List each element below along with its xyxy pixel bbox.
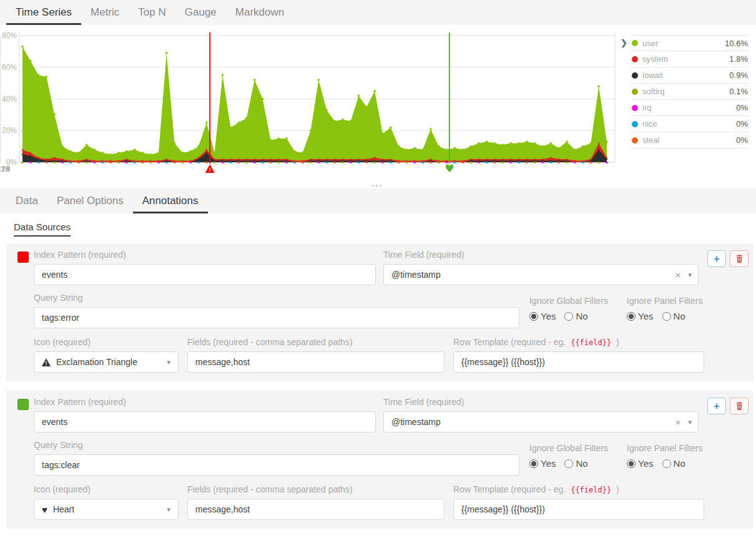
ignore-global-filters-label: Ignore Global Filters — [529, 296, 608, 306]
ignore-panel-no-radio[interactable] — [662, 312, 671, 321]
svg-text:60%: 60% — [2, 63, 17, 72]
query-string-label: Query String — [34, 440, 519, 450]
index-pattern-label: Index Pattern (required) — [34, 250, 376, 260]
legend-series-value: 10.6% — [725, 39, 748, 48]
chart-legend: user10.6%system1.8%iowait0.9%softirq0.1%… — [632, 35, 748, 149]
legend-color-dot — [632, 56, 638, 62]
legend-item-steal[interactable]: steal0% — [632, 132, 748, 149]
tab-panel-options[interactable]: Panel Options — [47, 188, 133, 213]
chevron-down-icon: ▾ — [688, 271, 692, 279]
ignore-panel-no-radio[interactable] — [662, 459, 671, 468]
legend-color-dot — [632, 89, 638, 95]
row-template-input[interactable] — [453, 351, 704, 373]
splitter-drag-handle[interactable] — [372, 185, 381, 187]
icon-label: Icon (required) — [34, 337, 179, 347]
ignore-panel-filters-label: Ignore Panel Filters — [627, 443, 702, 453]
tab-data[interactable]: Data — [6, 188, 47, 213]
legend-item-system[interactable]: system1.8% — [632, 51, 748, 67]
legend-series-value: 0.1% — [729, 87, 748, 96]
clear-selection-icon[interactable]: × — [675, 417, 681, 428]
tab-gauge[interactable]: Gauge — [175, 0, 226, 25]
row-template-label: Row Template (required - eg. {{field}} ) — [453, 337, 704, 347]
legend-color-dot — [632, 121, 638, 127]
fields-input[interactable] — [187, 351, 444, 373]
legend-collapse-chevron-icon[interactable]: ❯ — [621, 38, 627, 47]
data-sources-heading[interactable]: Data Sources — [14, 222, 71, 237]
chevron-down-icon: ▾ — [167, 506, 170, 514]
time-field-label: Time Field (required) — [383, 250, 699, 260]
fields-label: Fields (required - comma separated paths… — [187, 337, 444, 347]
legend-color-dot — [632, 72, 638, 79]
index-pattern-label: Index Pattern (required) — [34, 397, 376, 407]
tab-metric[interactable]: Metric — [81, 0, 129, 25]
chevron-down-icon: ▾ — [688, 418, 692, 426]
svg-text:!: ! — [209, 167, 211, 173]
legend-series-value: 0.9% — [729, 71, 748, 80]
annotation-source-panel: Index Pattern (required) Time Field (req… — [6, 243, 754, 381]
legend-series-value: 0% — [736, 135, 748, 145]
legend-item-nice[interactable]: nice0% — [632, 116, 748, 132]
tab-time-series[interactable]: Time Series — [6, 0, 81, 25]
fields-input[interactable] — [187, 499, 444, 520]
clear-selection-icon[interactable]: × — [675, 270, 681, 280]
ignore-global-no-radio[interactable] — [564, 459, 573, 468]
legend-series-label: user — [642, 39, 720, 48]
query-string-input[interactable] — [34, 307, 519, 328]
trash-icon — [736, 402, 743, 410]
legend-color-dot — [632, 137, 638, 144]
ignore-global-no-radio[interactable] — [564, 312, 573, 321]
fields-label: Fields (required - comma separated paths… — [187, 484, 444, 494]
svg-text:20%: 20% — [2, 126, 17, 135]
annotation-color-swatch[interactable] — [17, 252, 29, 263]
ignore-panel-filters-label: Ignore Panel Filters — [627, 296, 702, 306]
query-string-label: Query String — [34, 293, 519, 303]
time-field-select[interactable]: @timestamp × ▾ — [383, 264, 699, 285]
delete-data-source-button[interactable] — [730, 398, 749, 414]
svg-text:♥: ♥ — [444, 162, 454, 175]
ignore-panel-yes-radio[interactable] — [627, 312, 636, 321]
ignore-global-yes-radio[interactable] — [529, 312, 538, 321]
ignore-global-yes-radio[interactable] — [529, 459, 538, 468]
area-chart[interactable]: 0%20%40%60%80%15:1415:1615:1815:2015:221… — [0, 25, 624, 181]
legend-item-user[interactable]: user10.6% — [632, 35, 748, 51]
time-field-select[interactable]: @timestamp × ▾ — [383, 411, 699, 433]
time-field-label: Time Field (required) — [383, 397, 699, 407]
row-template-input[interactable] — [453, 499, 704, 520]
ignore-panel-yes-radio[interactable] — [627, 459, 636, 468]
panel-tabbar: Data Panel Options Annotations — [0, 188, 756, 213]
ignore-global-filters-label: Ignore Global Filters — [529, 443, 608, 453]
svg-text:80%: 80% — [2, 31, 17, 40]
tab-annotations[interactable]: Annotations — [133, 188, 208, 213]
legend-color-dot — [632, 40, 638, 46]
query-string-input[interactable] — [34, 454, 519, 476]
index-pattern-input[interactable] — [34, 411, 376, 433]
icon-select[interactable]: ♥ Heart ▾ — [34, 499, 179, 520]
timeseries-chart-panel: 0%20%40%60%80%15:1415:1615:1815:2015:221… — [0, 25, 756, 188]
field-code-sample: {{field}} — [568, 338, 614, 348]
icon-select[interactable]: Exclamation Triangle ▾ — [34, 351, 179, 373]
svg-text:40%: 40% — [2, 95, 17, 104]
legend-series-label: system — [642, 54, 725, 64]
viz-type-tabbar: Time Series Metric Top N Gauge Markdown — [0, 0, 756, 25]
row-template-label: Row Template (required - eg. {{field}} ) — [453, 484, 704, 494]
legend-series-value: 0% — [736, 103, 748, 112]
delete-data-source-button[interactable] — [730, 250, 749, 267]
index-pattern-input[interactable] — [34, 264, 376, 285]
legend-series-value: 1.8% — [729, 54, 748, 64]
legend-item-iowait[interactable]: iowait0.9% — [632, 67, 748, 84]
field-code-sample: {{field}} — [568, 485, 614, 495]
legend-item-softirq[interactable]: softirq0.1% — [632, 84, 748, 100]
legend-series-label: nice — [642, 119, 732, 129]
svg-text:15:26: 15:26 — [0, 164, 10, 174]
exclamation-triangle-icon — [42, 358, 51, 366]
annotation-color-swatch[interactable] — [17, 399, 29, 410]
legend-item-irq[interactable]: irq0% — [632, 100, 748, 116]
tab-top-n[interactable]: Top N — [129, 0, 175, 25]
tab-markdown[interactable]: Markdown — [226, 0, 293, 25]
add-data-source-button[interactable]: + — [707, 398, 726, 414]
legend-series-label: iowait — [642, 71, 725, 80]
legend-series-label: softirq — [642, 87, 725, 96]
chevron-down-icon: ▾ — [167, 358, 170, 366]
legend-series-value: 0% — [736, 119, 748, 129]
add-data-source-button[interactable]: + — [707, 250, 726, 267]
